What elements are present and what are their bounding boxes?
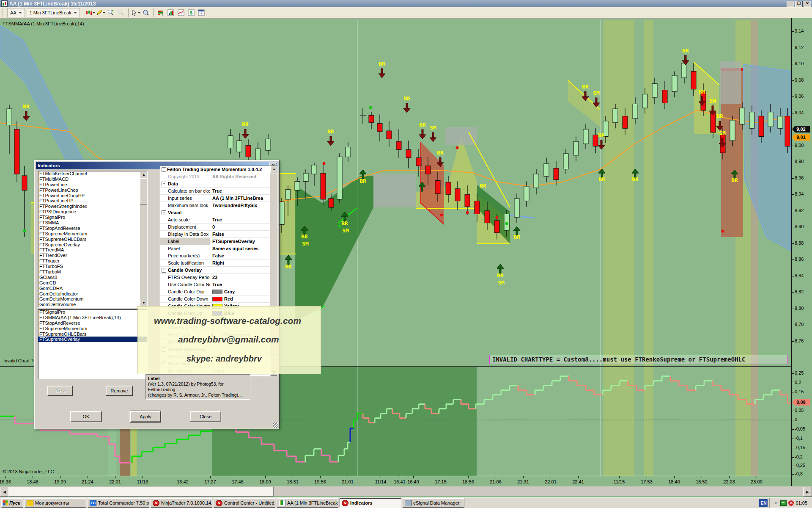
scroll-up-arrow[interactable]: ▲ [270, 166, 277, 173]
property-row[interactable]: FTRS Overlay Period23 [160, 274, 277, 281]
available-indicator-item[interactable]: FTMultiKeltnerChannel [38, 171, 147, 177]
property-row[interactable]: Scale justificationRight [160, 260, 277, 267]
svg-text:BR: BR [731, 177, 738, 183]
available-indicator-item[interactable]: FTSupremeMomentum [38, 231, 147, 237]
available-indicator-item[interactable]: FTPowerLineChop [38, 188, 147, 193]
properties-button[interactable] [196, 8, 206, 17]
draw-tool-button[interactable] [96, 8, 106, 17]
security-alert-icon[interactable]: ✕ [788, 500, 794, 506]
interval-dropdown[interactable]: 1 Min 3FTLineBreak [27, 8, 80, 17]
available-indicator-item[interactable]: FTTurboFS [38, 264, 147, 269]
chart-trader-button[interactable] [176, 8, 186, 17]
price-axis[interactable]: 9,149,129,109,089,069,049,008,988,968,94… [791, 18, 812, 486]
apply-button[interactable]: Apply [130, 411, 161, 422]
available-indicator-item[interactable]: FTStopAndReverse [38, 226, 147, 231]
available-indicator-item[interactable]: GomCD [38, 280, 147, 286]
scroll-left-button[interactable]: ◀ [0, 487, 9, 497]
available-indicator-item[interactable]: GomDeltaVolume [38, 302, 147, 307]
available-indicator-item[interactable]: FTSMMA [38, 220, 147, 226]
available-indicator-item[interactable]: FTSupremeOverlay [38, 242, 147, 248]
language-indicator[interactable]: EN [759, 499, 768, 507]
property-row[interactable]: Price marker(s)False [160, 252, 277, 260]
available-indicator-item[interactable]: FTTrendMA [38, 247, 147, 253]
available-indicator-item[interactable]: FTTurboM [38, 269, 147, 275]
window-titlebar[interactable]: AA (1 Min 3FTLineBreak) 15/11/2013 _ ❐ ✕ [0, 0, 812, 7]
available-indicator-item[interactable]: FTSupremeOHLCBars [38, 237, 147, 242]
price-tick-label: 8,92 [795, 208, 804, 213]
minimize-button[interactable]: _ [787, 1, 794, 7]
taskbar-button[interactable]: eSignal Data Manager [403, 498, 464, 508]
taskbar-button[interactable]: ▊AA (1 Min 3FTLineBreak) ... [277, 498, 338, 508]
applied-indicator-item[interactable]: FTSupremeMomentum [38, 326, 147, 331]
network-icon[interactable] [780, 500, 787, 506]
available-indicator-item[interactable]: FTSignalPro [38, 215, 147, 220]
property-row[interactable]: Display in Data BoxFalse [160, 231, 277, 238]
cursor-tool-button[interactable] [131, 8, 141, 17]
ok-button[interactable]: OK [70, 411, 102, 422]
available-indicator-item[interactable]: GomDeltaIndicator [38, 291, 147, 297]
available-indicators-list[interactable]: FTMultiKeltnerChannelFTMultiMACDFTPowerL… [38, 171, 148, 308]
taskbar-button[interactable]: TCTotal Commander 7.50 p... [88, 498, 149, 508]
available-indicator-item[interactable]: GomCDHA [38, 286, 147, 291]
property-row[interactable]: Displacement0 [160, 224, 277, 231]
chart-style-button[interactable] [85, 8, 96, 17]
scroll-right-button[interactable]: ▶ [803, 487, 812, 497]
scrollbar-thumb[interactable] [8, 487, 274, 497]
property-row[interactable]: Copyright 2013All Rights Reserved. [160, 173, 277, 180]
market-analyzer-button[interactable] [156, 8, 166, 17]
available-indicator-item[interactable]: FTPowerLineHP [38, 198, 147, 204]
available-indicator-item[interactable]: GomDeltaMomentum [38, 296, 147, 302]
applied-indicators-list[interactable]: FTSignalProFTSMMA(AA (1 Min 3FTLineBreak… [38, 309, 148, 379]
property-row[interactable]: Input seriesAA (1 Min 3FTLineBrea [160, 195, 277, 202]
property-category-row[interactable]: −Visual [160, 209, 277, 216]
zoom-in-button[interactable] [106, 8, 116, 17]
property-row[interactable]: Calculate on bar closeTrue [160, 188, 277, 195]
scrollbar-thumb[interactable] [140, 178, 148, 204]
resize-grip[interactable] [273, 422, 278, 428]
close-dialog-button[interactable]: Close [190, 411, 221, 422]
applied-indicator-item[interactable]: FTSupremeOHLCBars [38, 331, 147, 337]
applied-indicator-item[interactable]: FTStopAndReverse [38, 320, 147, 326]
toolbar-grip[interactable] [2, 9, 5, 17]
property-row[interactable]: Use Candle Color NeutrTrue [160, 281, 277, 288]
start-button[interactable]: Пуск [1, 498, 23, 508]
available-indicator-item[interactable]: FTPowerStrengthIndex [38, 204, 147, 209]
property-category-row[interactable]: −Candle Overlay [160, 267, 277, 274]
price-tick [792, 243, 794, 244]
account-button[interactable]: $ [186, 8, 196, 17]
taskbar-button[interactable]: NNinjaTrader 7.0.1000.14... [151, 498, 212, 508]
available-indicator-item[interactable]: FTMultiMACD [38, 177, 147, 182]
property-row[interactable]: Auto scaleTrue [160, 216, 277, 224]
data-box-button[interactable] [141, 8, 151, 17]
available-indicator-item[interactable]: FTTrigger [38, 258, 147, 264]
property-category-row[interactable]: −Data [160, 180, 277, 188]
new-button[interactable]: New [47, 386, 73, 396]
applied-indicator-item[interactable]: FTSignalPro [38, 309, 147, 315]
tray-chevron-icon[interactable]: « [772, 500, 779, 506]
taskbar-button[interactable]: NIndicators [340, 498, 401, 508]
close-button[interactable]: ✕ [804, 1, 811, 7]
available-indicator-item[interactable]: FTPowerLineChopHP [38, 193, 147, 199]
taskbar-button[interactable]: Мои документы [25, 498, 86, 508]
zoom-out-button-disabled[interactable] [116, 8, 126, 17]
taskbar-button[interactable]: NControl Center - Untitled1 [214, 498, 275, 508]
remove-button[interactable]: Remove [106, 386, 133, 396]
list-scrollbar[interactable]: ▲ ▼ [140, 171, 147, 307]
property-row[interactable]: LabelFTSupremeOverlay [160, 238, 277, 245]
property-row[interactable]: Candle Color DojiGray [160, 288, 277, 295]
available-indicator-item[interactable]: FTPowerLine [38, 182, 147, 188]
applied-indicator-item[interactable]: FTSMMA(AA (1 Min 3FTLineBreak),14) [38, 315, 147, 320]
scroll-up-arrow[interactable]: ▲ [140, 171, 148, 179]
available-indicator-item[interactable]: FTPSIDivergence [38, 209, 147, 215]
horizontal-scrollbar[interactable]: ◀ ▶ [0, 486, 812, 496]
available-indicator-item[interactable]: GClass0 [38, 275, 147, 280]
chart-window-button[interactable] [166, 8, 176, 17]
available-indicator-item[interactable]: FTTrendOver [38, 253, 147, 258]
time-axis[interactable]: 16:3618:4819:0921:2422:0111/1316:4217:27… [0, 476, 791, 486]
applied-indicator-item[interactable]: FTSupremeOverlay [38, 337, 147, 342]
property-row[interactable]: Candle Color DownRed [160, 295, 277, 303]
restore-button[interactable]: ❐ [795, 1, 803, 7]
property-row[interactable]: PanelSame as input series [160, 245, 277, 252]
instrument-dropdown[interactable]: AA [7, 8, 25, 17]
property-row[interactable]: Maximum bars look baclTwoHundredFiftySix [160, 202, 277, 209]
